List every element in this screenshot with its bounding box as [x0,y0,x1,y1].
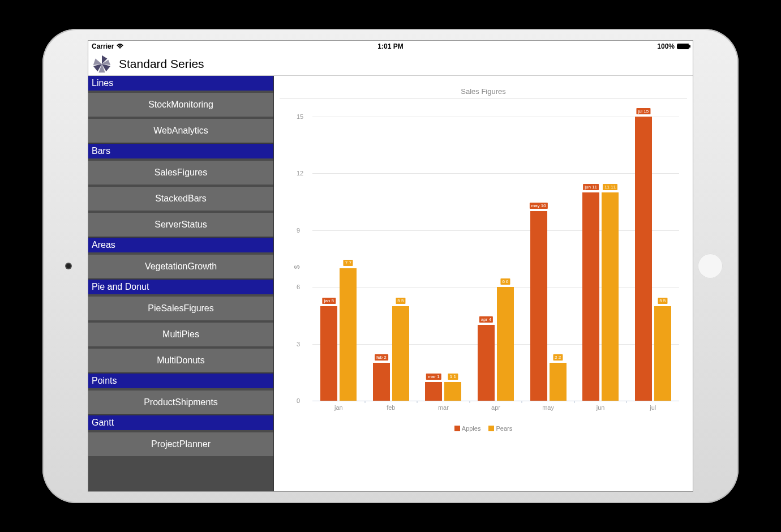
bar[interactable] [654,306,671,401]
x-tick-label: jun [597,404,605,411]
data-label: 11 11 [603,184,617,190]
data-label: jun 11 [583,184,599,190]
gridline [312,117,679,117]
app-logo-icon [91,53,113,75]
bar[interactable] [392,306,409,401]
x-tick-label: feb [387,404,395,411]
battery-label: 100% [657,42,675,50]
x-tick-mark [574,401,574,403]
x-tick-label: jan [334,404,343,411]
data-label: 5 5 [658,298,667,304]
data-label: 1 1 [448,374,458,380]
data-label: 6 6 [500,278,510,285]
sidebar-item[interactable]: MultiPies [88,320,273,346]
bar[interactable] [635,117,652,401]
sidebar-item[interactable]: ProductShipments [88,388,273,414]
x-tick-label: mar [438,404,449,411]
bar[interactable] [602,192,619,401]
sidebar-item[interactable]: ProjectPlanner [88,430,273,456]
sidebar-header: Lines [88,76,273,91]
x-tick-mark [626,401,627,403]
page-title: Standard Series [119,57,204,71]
sidebar-item[interactable]: ServerStatus [88,211,273,237]
home-button[interactable] [698,254,723,278]
legend-item[interactable]: Pears [488,425,512,432]
legend-swatch-icon [454,426,460,431]
clock: 1:01 PM [377,42,403,50]
x-tick-mark [417,401,418,403]
bar[interactable] [550,363,567,401]
data-label: jul 15 [636,108,650,114]
data-label: jan 5 [323,298,336,304]
gridline [312,173,679,174]
camera-icon [65,263,72,269]
plot-area: 03691215janjan 57 7febfeb 25 5marmar 11 … [312,117,679,401]
wifi-icon [116,42,124,51]
y-tick-label: 3 [297,341,300,347]
tablet-bezel: Carrier 1:01 PM 100% Standard Series Lin… [42,29,739,503]
bar[interactable] [425,382,442,401]
chart: $ 03691215janjan 57 7febfeb 25 5marmar 1… [280,98,687,435]
bar[interactable] [373,363,390,401]
x-tick-mark [364,401,365,403]
carrier-label: Carrier [92,42,114,50]
bar[interactable] [340,268,357,401]
battery-icon [677,44,689,49]
data-label: feb 2 [375,354,388,361]
bar[interactable] [530,211,547,401]
data-label: apr 4 [479,316,493,323]
gridline [312,287,679,288]
gridline [312,344,679,345]
sidebar-item[interactable]: SalesFigures [88,158,273,185]
sidebar-item[interactable]: VegetationGrowth [88,252,273,278]
bar[interactable] [582,192,599,401]
sidebar-item[interactable]: StackedBars [88,185,273,211]
bar[interactable] [497,287,514,401]
y-tick-label: 9 [297,227,300,234]
bar[interactable] [320,306,337,401]
gridline [312,230,679,231]
data-label: mar 1 [426,374,441,380]
data-label: 7 7 [344,260,353,266]
screen: Carrier 1:01 PM 100% Standard Series Lin… [88,40,693,492]
legend-item[interactable]: Apples [454,425,481,432]
data-label: may 10 [529,203,547,209]
sidebar-item[interactable]: PieSalesFigures [88,294,273,320]
x-tick-mark [469,401,470,403]
bar[interactable] [478,325,495,401]
sidebar-header: Points [88,372,273,388]
status-bar: Carrier 1:01 PM 100% [88,41,693,52]
data-label: 2 2 [553,354,563,361]
sidebar-item[interactable]: StockMonitoring [88,91,273,117]
nav-header: Standard Series [88,52,693,76]
x-tick-label: apr [491,404,500,411]
sidebar-header: Pie and Donut [88,278,273,294]
content-pane: Sales Figures $ 03691215janjan 57 7febfe… [274,76,693,491]
sidebar-header: Gantt [88,414,273,430]
bar[interactable] [444,382,461,401]
sidebar-item[interactable]: MultiDonuts [88,346,273,372]
chart-title: Sales Figures [280,76,687,98]
y-tick-label: 12 [297,170,303,177]
sidebar-header: Areas [88,237,273,252]
data-label: 5 5 [396,298,405,304]
sidebar: LinesStockMonitoringWebAnalyticsBarsSale… [88,76,274,491]
legend: ApplesPears [280,425,687,432]
y-tick-label: 15 [297,113,303,120]
y-tick-label: 6 [297,284,300,290]
y-axis-label: $ [293,265,301,269]
legend-swatch-icon [488,426,494,431]
sidebar-header: Bars [88,143,273,158]
sidebar-item[interactable]: WebAnalytics [88,117,273,143]
x-tick-label: may [542,404,554,411]
x-tick-label: jul [650,404,656,411]
y-tick-label: 0 [297,397,300,404]
svg-marker-5 [93,58,102,65]
x-tick-mark [522,401,522,403]
